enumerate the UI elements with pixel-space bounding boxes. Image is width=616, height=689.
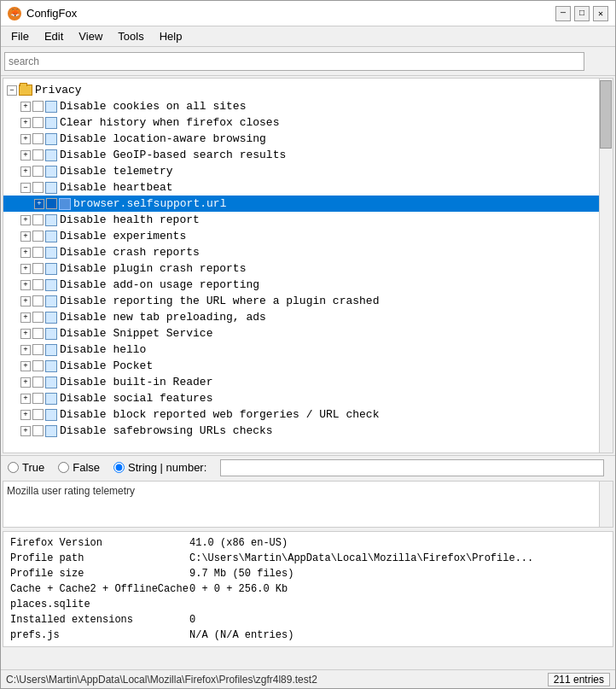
title-left: 🦊 ConfigFox (8, 7, 77, 20)
list-item[interactable]: + Disable social features (3, 390, 613, 406)
radio-string[interactable]: String | number: (113, 461, 206, 474)
desc-scrollbar[interactable] (599, 482, 613, 527)
expand-btn[interactable]: + (20, 231, 31, 242)
expand-btn[interactable]: + (20, 248, 31, 258)
info-panel: Firefox Version 41.0 (x86 en-US) Profile… (3, 531, 613, 647)
checkbox[interactable] (32, 117, 44, 128)
item-label: Disable plugin crash reports (60, 262, 246, 275)
expand-btn[interactable]: + (20, 264, 31, 274)
expand-btn[interactable]: + (20, 166, 31, 177)
checkbox[interactable] (32, 377, 44, 388)
checkbox[interactable] (32, 328, 44, 339)
list-item[interactable]: + Disable experiments (3, 228, 613, 244)
checkbox[interactable] (32, 263, 44, 274)
expand-btn[interactable]: + (20, 312, 31, 323)
radio-false-input[interactable] (58, 462, 69, 473)
search-input[interactable] (4, 52, 584, 71)
list-item[interactable]: + Disable block reported web forgeries /… (3, 406, 613, 423)
info-value-profile-path: C:\Users\Martin\AppData\Local\Mozilla\Fi… (189, 552, 533, 564)
maximize-button[interactable]: □ (574, 6, 590, 21)
list-item[interactable]: + Disable reporting the URL where a plug… (3, 293, 613, 309)
checkbox[interactable] (46, 198, 57, 209)
expand-btn[interactable]: + (20, 102, 31, 112)
list-item[interactable]: + Disable crash reports (3, 244, 613, 260)
expand-btn[interactable]: + (20, 329, 31, 339)
radio-string-input[interactable] (113, 462, 125, 473)
item-label: Disable new tab preloading, ads (60, 311, 266, 324)
expand-btn[interactable]: + (20, 426, 31, 436)
list-item[interactable]: + Disable cookies on all sites (3, 98, 613, 114)
list-item[interactable]: + Disable Snippet Service (3, 325, 613, 342)
menu-view[interactable]: View (72, 28, 109, 44)
list-item[interactable]: + Disable location-aware browsing (3, 131, 613, 147)
expand-btn[interactable]: + (34, 199, 44, 209)
list-item[interactable]: + Disable health report (3, 212, 613, 228)
menu-help[interactable]: Help (153, 28, 189, 44)
checkbox[interactable] (32, 149, 44, 161)
list-item[interactable]: + Clear history when firefox closes (3, 114, 613, 131)
tree-root-privacy[interactable]: − Privacy (3, 82, 613, 98)
expand-btn[interactable]: + (20, 215, 31, 225)
checkbox[interactable] (32, 360, 44, 371)
item-label: Disable hello (60, 343, 146, 356)
checkbox[interactable] (32, 247, 44, 258)
file-icon (45, 149, 57, 161)
file-icon (45, 214, 57, 226)
checkbox[interactable] (32, 425, 44, 436)
checkbox[interactable] (32, 393, 44, 404)
expand-btn[interactable]: + (20, 134, 31, 144)
expand-btn[interactable]: + (20, 296, 31, 307)
bottom-section: True False String | number: Mozilla user… (1, 455, 615, 649)
list-item[interactable]: − Disable heartbeat (3, 179, 613, 196)
expand-btn[interactable]: + (20, 118, 31, 128)
expand-btn[interactable]: + (20, 345, 31, 355)
selected-tree-item[interactable]: + browser.selfsupport.url (3, 196, 613, 212)
scrollbar-thumb[interactable] (600, 80, 612, 149)
checkbox[interactable] (32, 344, 44, 355)
list-item[interactable]: + Disable GeoIP-based search results (3, 147, 613, 163)
expand-btn[interactable]: + (20, 280, 31, 290)
radio-true[interactable]: True (8, 461, 44, 474)
minimize-button[interactable]: ─ (555, 6, 571, 21)
selected-item-label: browser.selfsupport.url (73, 197, 226, 210)
checkbox[interactable] (32, 182, 44, 193)
checkbox[interactable] (32, 312, 44, 323)
checkbox[interactable] (32, 214, 44, 225)
radio-false[interactable]: False (58, 461, 100, 474)
item-label: Disable location-aware browsing (60, 132, 266, 145)
tree-panel[interactable]: − Privacy + Disable cookies on all sites… (3, 78, 613, 453)
list-item[interactable]: + Disable add-on usage reporting (3, 277, 613, 293)
close-button[interactable]: ✕ (593, 6, 608, 21)
string-number-input[interactable] (220, 459, 604, 476)
checkbox[interactable] (32, 101, 44, 112)
expand-btn[interactable]: + (20, 150, 31, 161)
menu-tools[interactable]: Tools (111, 28, 150, 44)
expand-privacy[interactable]: − (7, 85, 17, 96)
expand-btn[interactable]: + (20, 410, 31, 420)
list-item[interactable]: + Disable hello (3, 342, 613, 358)
list-item[interactable]: + Disable built-in Reader (3, 374, 613, 390)
status-bar: C:\Users\Martin\AppData\Local\Mozilla\Fi… (1, 669, 615, 688)
checkbox[interactable] (32, 166, 44, 177)
checkbox[interactable] (32, 279, 44, 290)
item-label: Disable heartbeat (60, 181, 173, 194)
list-item[interactable]: + Disable new tab preloading, ads (3, 309, 613, 325)
expand-btn[interactable]: + (20, 394, 31, 404)
list-item[interactable]: + Disable telemetry (3, 163, 613, 179)
expand-btn[interactable]: + (20, 377, 31, 388)
checkbox[interactable] (32, 231, 44, 242)
item-label: Disable GeoIP-based search results (60, 149, 286, 161)
radio-true-input[interactable] (8, 462, 19, 473)
checkbox[interactable] (32, 133, 44, 144)
checkbox[interactable] (32, 295, 44, 307)
info-row-firefox-version: Firefox Version 41.0 (x86 en-US) (10, 535, 606, 551)
list-item[interactable]: + Disable Pocket (3, 358, 613, 374)
expand-btn-heartbeat[interactable]: − (20, 183, 31, 193)
checkbox[interactable] (32, 409, 44, 420)
tree-scrollbar[interactable] (599, 79, 613, 453)
list-item[interactable]: + Disable plugin crash reports (3, 260, 613, 277)
list-item[interactable]: + Disable safebrowsing URLs checks (3, 423, 613, 439)
expand-btn[interactable]: + (20, 361, 31, 371)
menu-edit[interactable]: Edit (38, 28, 70, 44)
menu-file[interactable]: File (4, 28, 36, 44)
